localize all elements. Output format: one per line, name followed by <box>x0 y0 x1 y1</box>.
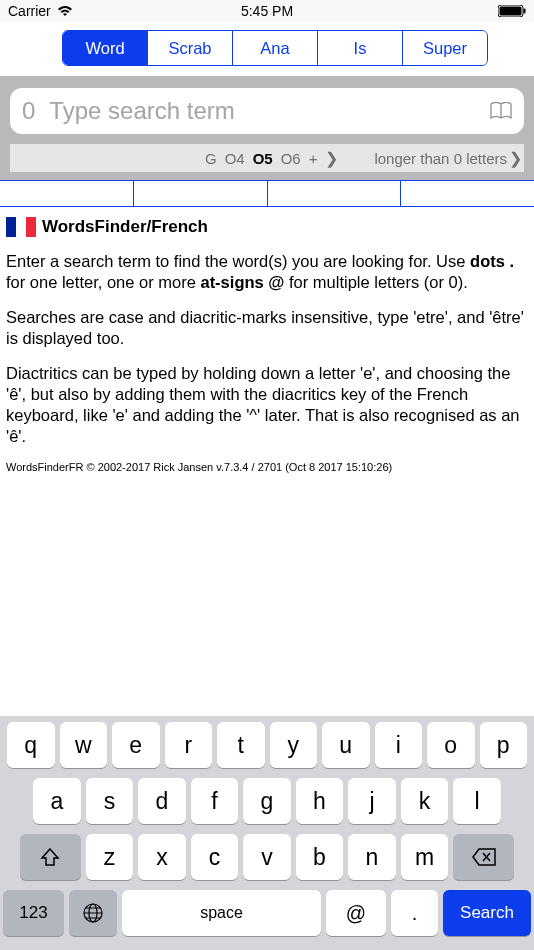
help-paragraph-1: Enter a search term to find the word(s) … <box>6 251 528 293</box>
backspace-icon <box>472 848 496 866</box>
wifi-icon <box>57 5 73 17</box>
key-s[interactable]: s <box>86 778 134 824</box>
key-row-4: 123 space @ . Search <box>3 890 531 936</box>
key-x[interactable]: x <box>138 834 186 880</box>
key-b[interactable]: b <box>296 834 344 880</box>
key-f[interactable]: f <box>191 778 239 824</box>
key-t[interactable]: t <box>217 722 265 768</box>
key-p[interactable]: p <box>480 722 528 768</box>
pager-cell[interactable] <box>401 181 534 206</box>
letter-filter[interactable]: longer than 0 letters ❯ <box>374 149 522 168</box>
search-area: 0 G O4 O5 O6 + ❯ longer than 0 letters ❯ <box>0 76 534 180</box>
p1c: for one letter, one or more <box>6 273 200 291</box>
status-time: 5:45 PM <box>241 3 293 19</box>
pager-cell[interactable] <box>134 181 268 206</box>
globe-key[interactable] <box>69 890 117 936</box>
filter-plus: + <box>309 150 318 167</box>
key-m[interactable]: m <box>401 834 449 880</box>
key-g[interactable]: g <box>243 778 291 824</box>
p1b: dots . <box>470 252 514 270</box>
p1e: for multiple letters (or 0). <box>289 273 468 291</box>
tab-is-label: Is <box>354 39 367 58</box>
keyboard: qwertyuiop asdfghjkl zxcvbnm 123 space @… <box>0 716 534 950</box>
chevron-right-icon: ❯ <box>509 149 522 168</box>
svg-rect-2 <box>524 9 526 14</box>
key-e[interactable]: e <box>112 722 160 768</box>
pager-cell[interactable] <box>0 181 134 206</box>
pager-cell[interactable] <box>268 181 402 206</box>
dot-key[interactable]: . <box>391 890 438 936</box>
tab-ana-label: Ana <box>260 39 289 58</box>
pager-row <box>0 180 534 207</box>
tab-ana[interactable]: Ana <box>233 31 318 65</box>
numbers-key[interactable]: 123 <box>3 890 64 936</box>
filter-o4: O4 <box>225 150 245 167</box>
shift-key[interactable] <box>20 834 81 880</box>
key-r[interactable]: r <box>165 722 213 768</box>
app-title: WordsFinder/French <box>42 217 208 237</box>
status-bar: Carrier 5:45 PM <box>0 0 534 22</box>
key-n[interactable]: n <box>348 834 396 880</box>
title-row: WordsFinder/French <box>6 217 528 237</box>
key-y[interactable]: y <box>270 722 318 768</box>
key-k[interactable]: k <box>401 778 449 824</box>
letter-filter-label: longer than 0 letters <box>374 150 507 167</box>
battery-icon <box>498 5 526 17</box>
filter-o6: O6 <box>281 150 301 167</box>
tab-scrab[interactable]: Scrab <box>148 31 233 65</box>
p1d: at-signs @ <box>200 273 289 291</box>
p1a: Enter a search term to find the word(s) … <box>6 252 470 270</box>
at-key[interactable]: @ <box>326 890 386 936</box>
tab-is[interactable]: Is <box>318 31 403 65</box>
filter-o5: O5 <box>253 150 273 167</box>
space-key-label: space <box>200 904 243 922</box>
length-filter[interactable]: G O4 O5 O6 + ❯ <box>205 149 338 168</box>
france-flag-icon <box>6 217 36 237</box>
key-c[interactable]: c <box>191 834 239 880</box>
tab-super[interactable]: Super <box>403 31 487 65</box>
key-z[interactable]: z <box>86 834 134 880</box>
key-u[interactable]: u <box>322 722 370 768</box>
key-h[interactable]: h <box>296 778 344 824</box>
search-key-label: Search <box>460 903 514 923</box>
filter-row: G O4 O5 O6 + ❯ longer than 0 letters ❯ <box>10 144 524 172</box>
mode-tabs: Word Scrab Ana Is Super <box>62 30 488 66</box>
search-box: 0 <box>10 88 524 134</box>
shift-icon <box>40 847 60 867</box>
content-area: WordsFinder/French Enter a search term t… <box>0 207 534 479</box>
chevron-right-icon: ❯ <box>325 149 338 168</box>
key-l[interactable]: l <box>453 778 501 824</box>
copyright-label: WordsFinderFR © 2002-2017 Rick Jansen v.… <box>6 461 528 473</box>
key-i[interactable]: i <box>375 722 423 768</box>
key-q[interactable]: q <box>7 722 55 768</box>
filter-g: G <box>205 150 217 167</box>
space-key[interactable]: space <box>122 890 321 936</box>
tab-scrab-label: Scrab <box>168 39 211 58</box>
at-key-label: @ <box>346 902 366 925</box>
key-row-2: asdfghjkl <box>3 778 531 824</box>
result-count: 0 <box>22 97 35 125</box>
search-key[interactable]: Search <box>443 890 531 936</box>
tab-word-label: Word <box>85 39 124 58</box>
tab-super-label: Super <box>423 39 467 58</box>
carrier-label: Carrier <box>8 3 51 19</box>
tab-word[interactable]: Word <box>63 31 148 65</box>
key-j[interactable]: j <box>348 778 396 824</box>
key-w[interactable]: w <box>60 722 108 768</box>
svg-rect-1 <box>500 7 522 16</box>
key-d[interactable]: d <box>138 778 186 824</box>
search-input[interactable] <box>49 97 490 125</box>
backspace-key[interactable] <box>453 834 514 880</box>
globe-icon <box>82 902 104 924</box>
numbers-key-label: 123 <box>19 903 47 923</box>
help-paragraph-2: Searches are case and diacritic-marks in… <box>6 307 528 349</box>
help-paragraph-3: Diactritics can be typed by holding down… <box>6 363 528 447</box>
dot-key-label: . <box>412 902 418 925</box>
key-o[interactable]: o <box>427 722 475 768</box>
key-a[interactable]: a <box>33 778 81 824</box>
key-v[interactable]: v <box>243 834 291 880</box>
bookmark-icon[interactable] <box>490 102 512 120</box>
key-row-1: qwertyuiop <box>3 722 531 768</box>
key-row-3: zxcvbnm <box>3 834 531 880</box>
